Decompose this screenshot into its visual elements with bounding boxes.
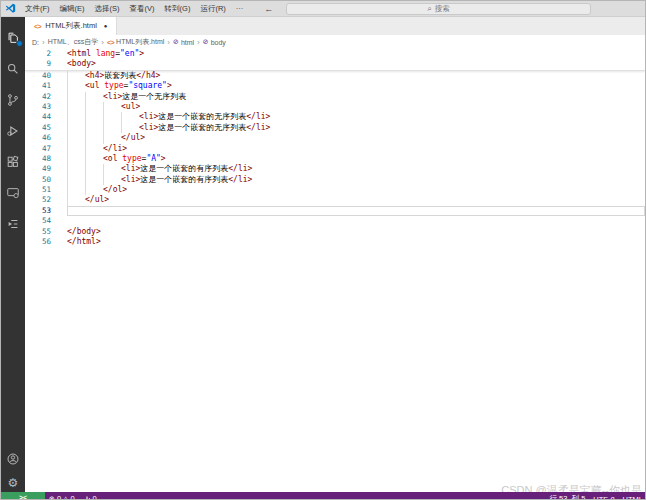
fold-gutter[interactable] [51,49,67,59]
remote-indicator[interactable]: >< [1,492,45,500]
status-item-0[interactable]: 行 53, 列 5 [545,492,589,500]
fold-gutter[interactable] [51,237,67,247]
code-area[interactable]: 40<h4>嵌套列表</h4>41<ul type="square">42<li… [25,71,645,500]
code-line[interactable]: 49<li>这是一个嵌套的有序列表</li> [25,164,645,174]
code-line[interactable]: 56</html> [25,237,645,247]
search-box[interactable]: ⌕ 搜索 [286,3,591,15]
menu-item-1[interactable]: 编辑(E) [55,1,90,16]
ports-indicator[interactable]: 0 [79,492,101,500]
code-line[interactable]: 55</body> [25,227,645,237]
code-line[interactable]: 40<h4>嵌套列表</h4> [25,71,645,81]
line-number[interactable]: 56 [25,237,51,247]
problems-indicator[interactable]: ⊗ 0 △ 0 [45,492,79,500]
code-line[interactable]: 9<body> [25,59,645,69]
code-text: <html lang="en"> [67,49,144,59]
account-icon[interactable] [1,447,25,471]
menu-item-0[interactable]: 文件(F) [20,1,55,16]
code-line[interactable]: 52</ul> [25,195,645,205]
line-number[interactable]: 50 [25,175,51,185]
fold-gutter[interactable] [51,123,67,133]
breadcrumb-label: body [211,39,226,46]
fold-gutter[interactable] [51,102,67,112]
activity-bar: ⚙ [1,17,25,500]
fold-gutter[interactable] [51,154,67,164]
line-number[interactable]: 55 [25,227,51,237]
source-control-icon[interactable] [1,84,25,115]
code-line[interactable]: 50<li>这是一个嵌套的有序列表</li> [25,175,645,185]
code-line[interactable]: 53 [25,206,645,216]
fold-gutter[interactable] [51,185,67,195]
fold-gutter[interactable] [51,216,67,226]
code-text: <h4>嵌套列表</h4> [85,71,160,81]
breadcrumb-separator: › [197,38,200,47]
line-number[interactable]: 54 [25,216,51,226]
code-line[interactable]: 54 [25,216,645,226]
fold-gutter[interactable] [51,164,67,174]
fold-gutter[interactable] [51,206,67,216]
menu-item-5[interactable]: 运行(R) [195,1,230,16]
code-line[interactable]: 41<ul type="square"> [25,81,645,91]
code-line[interactable]: 42<li>这是一个无序列表 [25,92,645,102]
search-sidebar-icon[interactable] [1,53,25,84]
extensions-icon[interactable] [1,146,25,177]
indent-guide [103,133,121,143]
line-number[interactable]: 46 [25,133,51,143]
breadcrumb-item-2[interactable]: <>HTML列表.html [107,37,164,47]
line-number[interactable]: 45 [25,123,51,133]
fold-gutter[interactable] [51,195,67,205]
fold-gutter[interactable] [51,71,67,81]
fold-gutter[interactable] [51,227,67,237]
line-number[interactable]: 43 [25,102,51,112]
fold-gutter[interactable] [51,133,67,143]
breadcrumb-item-1[interactable]: HTML、css自学 [48,37,99,47]
code-line[interactable]: 2<html lang="en"> [25,49,645,59]
menu-item-2[interactable]: 选择(S) [90,1,125,16]
line-content: <body> [67,59,645,69]
code-line[interactable]: 44<li>这是一个嵌套的无序列表</li> [25,112,645,122]
line-number[interactable]: 49 [25,164,51,174]
fold-gutter[interactable] [51,144,67,154]
menu-item-3[interactable]: 查看(V) [125,1,160,16]
code-line[interactable]: 43<ul> [25,102,645,112]
line-number[interactable]: 48 [25,154,51,164]
status-item-2[interactable]: HTML [619,492,646,500]
code-line[interactable]: 45<li>这是一个嵌套的无序列表</li> [25,123,645,133]
fold-gutter[interactable] [51,59,67,69]
line-number[interactable]: 51 [25,185,51,195]
indent-guide [67,185,85,195]
code-line[interactable]: 46</ul> [25,133,645,143]
line-number[interactable]: 42 [25,92,51,102]
menu-item-6[interactable]: ··· [231,1,249,16]
line-number[interactable]: 9 [25,59,51,69]
code-line[interactable]: 51</ol> [25,185,645,195]
line-number[interactable]: 52 [25,195,51,205]
line-number[interactable]: 2 [25,49,51,59]
live-server-icon[interactable] [1,208,25,239]
fold-gutter[interactable] [51,92,67,102]
fold-gutter[interactable] [51,175,67,185]
line-number[interactable]: 41 [25,81,51,91]
status-item-1[interactable]: UTF-8 [589,492,618,500]
tab-html-file[interactable]: <> HTML列表.html ● [25,17,117,35]
indent-guide [67,133,85,143]
line-content: </ul> [67,195,645,205]
run-and-debug-icon[interactable] [1,115,25,146]
code-line[interactable]: 47</li> [25,144,645,154]
line-number[interactable]: 47 [25,144,51,154]
remote-explorer-icon[interactable] [1,177,25,208]
code-line[interactable]: 48<ol type="A"> [25,154,645,164]
fold-gutter[interactable] [51,81,67,91]
breadcrumb-item-4[interactable]: ⊘body [203,38,226,46]
indent-guide [67,123,85,133]
menu-item-4[interactable]: 转到(G) [160,1,196,16]
nav-back-button[interactable]: ← [264,4,273,14]
vscode-logo-icon [5,3,16,14]
line-number[interactable]: 40 [25,71,51,81]
breadcrumb-item-0[interactable]: D: [32,39,39,46]
line-number[interactable]: 44 [25,112,51,122]
line-number[interactable]: 53 [25,206,51,216]
breadcrumb-item-3[interactable]: ⊘html [173,38,194,46]
explorer-icon[interactable] [1,22,25,53]
fold-gutter[interactable] [51,112,67,122]
indent-guide [67,71,85,81]
